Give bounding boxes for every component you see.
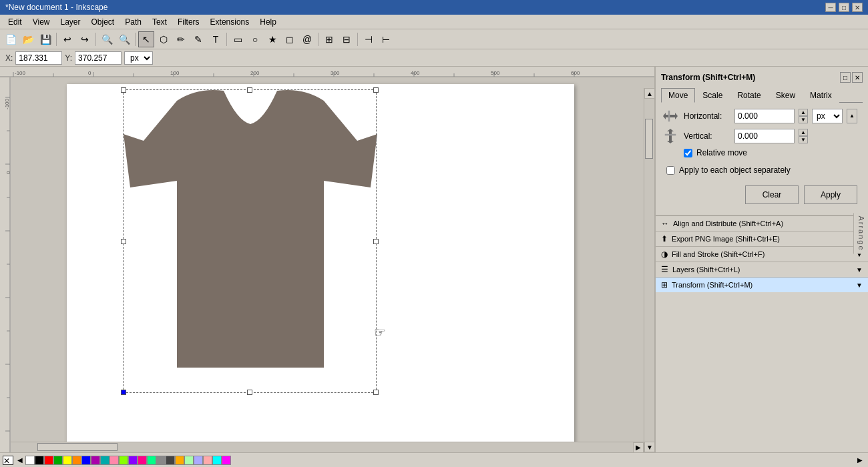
menu-item-object[interactable]: Object bbox=[86, 16, 120, 28]
align-right-button[interactable]: ⊢ bbox=[378, 31, 394, 47]
color-swatch-11[interactable] bbox=[128, 456, 138, 465]
collapsed-panel-0[interactable]: ↔ Align and Distribute (Shift+Ctrl+A) ▼ bbox=[656, 215, 868, 231]
menu-item-filters[interactable]: Filters bbox=[172, 16, 205, 28]
color-swatch-21[interactable] bbox=[222, 456, 231, 465]
maximize-button[interactable]: □ bbox=[839, 3, 849, 12]
zoom-in-button[interactable]: 🔍 bbox=[99, 31, 115, 47]
collapsed-panel-3[interactable]: ☰ Layers (Shift+Ctrl+L) ▼ bbox=[656, 262, 868, 277]
color-swatch-7[interactable] bbox=[91, 456, 100, 465]
transform-close-btn[interactable]: ✕ bbox=[852, 72, 863, 83]
arrange-panel[interactable]: Arrange bbox=[853, 213, 868, 254]
color-swatch-6[interactable] bbox=[81, 456, 91, 465]
3d-tool[interactable]: ◻ bbox=[282, 31, 298, 47]
transform-expand-btn[interactable]: □ bbox=[840, 72, 851, 83]
color-swatch-18[interactable] bbox=[194, 456, 203, 465]
collapsed-panel-1[interactable]: ⬆ Export PNG Image (Shift+Ctrl+E) ▼ bbox=[656, 231, 868, 246]
node-tool[interactable]: ⬡ bbox=[156, 31, 172, 47]
top-ruler: -100 0 100 200 300 400 bbox=[0, 67, 654, 77]
apply-each-checkbox[interactable] bbox=[666, 166, 675, 175]
horizontal-input[interactable] bbox=[734, 109, 795, 123]
color-swatch-9[interactable] bbox=[110, 456, 119, 465]
group-button[interactable]: ⊞ bbox=[321, 31, 337, 47]
redo-button[interactable]: ↪ bbox=[77, 31, 93, 47]
color-swatch-0[interactable] bbox=[25, 456, 35, 465]
rect-tool[interactable]: ▭ bbox=[230, 31, 246, 47]
vertical-input[interactable] bbox=[734, 129, 795, 143]
menu-item-help[interactable]: Help bbox=[254, 16, 282, 28]
apply-button[interactable]: Apply bbox=[804, 185, 857, 204]
star-tool[interactable]: ★ bbox=[264, 31, 280, 47]
tab-skew[interactable]: Skew bbox=[769, 88, 803, 103]
close-button[interactable]: ✕ bbox=[852, 3, 863, 12]
vertical-spin-up[interactable]: ▲ bbox=[799, 129, 808, 136]
hscroll-track[interactable] bbox=[11, 442, 633, 453]
undo-button[interactable]: ↩ bbox=[59, 31, 75, 47]
tab-matrix[interactable]: Matrix bbox=[803, 88, 839, 103]
menu-item-path[interactable]: Path bbox=[120, 16, 147, 28]
color-swatch-14[interactable] bbox=[156, 456, 166, 465]
text-tool[interactable]: T bbox=[208, 31, 224, 47]
color-swatch-8[interactable] bbox=[100, 456, 110, 465]
bezier-tool[interactable]: ✏ bbox=[173, 31, 189, 47]
titlebar: *New document 1 - Inkscape ─ □ ✕ bbox=[0, 0, 868, 15]
x-input[interactable] bbox=[15, 51, 62, 65]
color-swatch-2[interactable] bbox=[44, 456, 53, 465]
vscroll-down-btn[interactable]: ▼ bbox=[644, 442, 654, 452]
canvas-area[interactable]: -100 0 100 200 300 400 bbox=[0, 67, 654, 452]
vscroll-track[interactable] bbox=[644, 99, 654, 442]
color-swatch-17[interactable] bbox=[184, 456, 194, 465]
relative-move-checkbox[interactable] bbox=[684, 149, 692, 157]
menu-item-text[interactable]: Text bbox=[147, 16, 172, 28]
hscroll-thumb[interactable] bbox=[37, 443, 118, 451]
horizontal-spin-down[interactable]: ▼ bbox=[799, 116, 808, 123]
panel-icon-0: ↔ bbox=[661, 219, 669, 228]
new-button[interactable]: 📄 bbox=[3, 31, 19, 47]
minimize-button[interactable]: ─ bbox=[825, 3, 836, 12]
hscroll[interactable]: ◀ ▶ bbox=[0, 442, 644, 452]
color-swatch-19[interactable] bbox=[203, 456, 212, 465]
tab-move[interactable]: Move bbox=[661, 88, 695, 103]
menu-item-view[interactable]: View bbox=[27, 16, 55, 28]
circle-tool[interactable]: ○ bbox=[247, 31, 263, 47]
color-swatch-4[interactable] bbox=[63, 456, 72, 465]
tab-scale[interactable]: Scale bbox=[695, 88, 730, 103]
unit-select[interactable]: px bbox=[124, 51, 153, 65]
color-swatch-12[interactable] bbox=[138, 456, 147, 465]
menu-item-edit[interactable]: Edit bbox=[3, 16, 27, 28]
clear-button[interactable]: Clear bbox=[745, 185, 799, 204]
color-swatch-16[interactable] bbox=[175, 456, 184, 465]
select-tool[interactable]: ↖ bbox=[138, 31, 154, 47]
no-color-swatch[interactable]: ✕ bbox=[3, 456, 13, 465]
color-swatch-3[interactable] bbox=[53, 456, 63, 465]
vertical-spin-down[interactable]: ▼ bbox=[799, 136, 808, 143]
vscroll-up-btn[interactable]: ▲ bbox=[644, 88, 654, 99]
palette-right-btn[interactable]: ▶ bbox=[855, 453, 865, 468]
collapsed-panel-4[interactable]: ⊞ Transform (Shift+Ctrl+M) ▼ bbox=[656, 277, 868, 292]
color-swatch-15[interactable] bbox=[166, 456, 175, 465]
color-swatch-5[interactable] bbox=[72, 456, 81, 465]
align-left-button[interactable]: ⊣ bbox=[361, 31, 377, 47]
menu-item-layer[interactable]: Layer bbox=[55, 16, 85, 28]
hscroll-right-btn[interactable]: ▶ bbox=[633, 442, 644, 453]
collapsed-panel-2[interactable]: ◑ Fill and Stroke (Shift+Ctrl+F) ▼ bbox=[656, 246, 868, 262]
vscroll[interactable]: ▲ ▼ bbox=[644, 88, 654, 452]
color-swatch-1[interactable] bbox=[35, 456, 44, 465]
unit-spin-up[interactable]: ▲ bbox=[847, 109, 857, 123]
color-swatch-13[interactable] bbox=[147, 456, 156, 465]
spiral-tool[interactable]: @ bbox=[299, 31, 315, 47]
horizontal-unit-select[interactable]: px mm cm in pt bbox=[812, 109, 843, 123]
horizontal-spin-up[interactable]: ▲ bbox=[799, 109, 808, 116]
menu-item-extensions[interactable]: Extensions bbox=[205, 16, 255, 28]
vscroll-thumb[interactable] bbox=[645, 119, 653, 159]
save-button[interactable]: 💾 bbox=[37, 31, 53, 47]
open-button[interactable]: 📂 bbox=[20, 31, 36, 47]
y-input[interactable] bbox=[75, 51, 122, 65]
tab-rotate[interactable]: Rotate bbox=[730, 88, 768, 103]
canvas-container[interactable]: -100 0 bbox=[0, 77, 654, 452]
palette-left-btn[interactable]: ◀ bbox=[15, 453, 25, 468]
pencil-tool[interactable]: ✎ bbox=[190, 31, 206, 47]
color-swatch-10[interactable] bbox=[119, 456, 128, 465]
zoom-out-button[interactable]: 🔍 bbox=[116, 31, 132, 47]
ungroup-button[interactable]: ⊟ bbox=[339, 31, 355, 47]
color-swatch-20[interactable] bbox=[212, 456, 222, 465]
